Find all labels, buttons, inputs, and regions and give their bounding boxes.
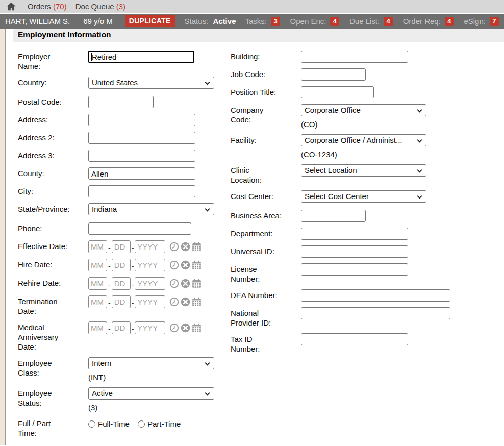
employee-status-label: Employee Status: bbox=[18, 387, 88, 412]
clock-icon[interactable] bbox=[169, 323, 179, 333]
address-3-input[interactable] bbox=[88, 150, 195, 162]
hire-date-year-input[interactable] bbox=[135, 259, 165, 271]
termination-date-control: -- bbox=[88, 295, 224, 316]
national-provider-id-input[interactable] bbox=[301, 307, 450, 319]
state-province-select[interactable]: Indiana bbox=[88, 203, 214, 215]
tax-id-number-control bbox=[301, 333, 503, 354]
clock-icon[interactable] bbox=[169, 279, 179, 288]
field-row-effective-date: Effective Date:-- bbox=[18, 240, 224, 253]
clock-icon[interactable] bbox=[169, 242, 179, 252]
clear-icon[interactable] bbox=[181, 297, 190, 307]
city-input[interactable] bbox=[88, 185, 195, 197]
license-number-input[interactable] bbox=[301, 263, 408, 276]
section-header: Employment Information bbox=[13, 29, 504, 42]
medical-anniversary-date-day-input[interactable] bbox=[112, 321, 131, 334]
job-code-input[interactable] bbox=[301, 68, 366, 81]
effective-date-year-input[interactable] bbox=[135, 240, 165, 253]
radio-button-icon[interactable] bbox=[138, 420, 145, 428]
due-list-counter: Due List:4 bbox=[349, 17, 393, 26]
open-enc-count-badge[interactable]: 4 bbox=[330, 17, 339, 26]
order-req-count-badge[interactable]: 4 bbox=[445, 17, 454, 26]
business-area-input[interactable] bbox=[301, 210, 366, 222]
full-part-time-control: Full-TimePart-Time bbox=[88, 417, 224, 438]
radio-button-icon[interactable] bbox=[88, 420, 95, 428]
esign-count-badge[interactable]: 7 bbox=[490, 17, 499, 26]
calendar-icon[interactable] bbox=[192, 260, 201, 270]
job-code-control bbox=[301, 68, 503, 81]
calendar-icon[interactable] bbox=[192, 323, 201, 333]
full-part-time-option-1[interactable]: Part-Time bbox=[138, 419, 181, 428]
termination-date-year-input[interactable] bbox=[135, 295, 165, 308]
home-icon[interactable] bbox=[6, 1, 17, 12]
rehire-date-control: -- bbox=[88, 277, 224, 290]
facility-select[interactable]: Corporate Office / Administ... bbox=[301, 134, 426, 146]
employee-status-select[interactable]: Active bbox=[88, 387, 214, 400]
medical-anniversary-date-year-input[interactable] bbox=[135, 321, 165, 334]
tasks-count-badge[interactable]: 3 bbox=[271, 17, 280, 26]
address-input[interactable] bbox=[88, 114, 195, 126]
field-row-facility: Facility:Corporate Office / Administ...(… bbox=[231, 134, 503, 159]
rehire-date-day-input[interactable] bbox=[112, 277, 131, 290]
phone-control bbox=[88, 222, 224, 235]
field-row-country: Country:United States bbox=[18, 77, 224, 90]
employee-class-select[interactable]: Intern bbox=[88, 357, 214, 369]
position-title-control bbox=[301, 86, 503, 98]
effective-date-month-input[interactable] bbox=[88, 240, 107, 253]
calendar-icon[interactable] bbox=[192, 279, 201, 288]
clear-icon[interactable] bbox=[181, 242, 190, 252]
nav-link-doc-queue[interactable]: Doc Queue (3) bbox=[75, 2, 125, 11]
rehire-date-month-input[interactable] bbox=[88, 277, 107, 290]
field-row-state-province: State/Province:Indiana bbox=[18, 203, 224, 217]
universal-id-input[interactable] bbox=[301, 245, 408, 258]
nav-link-doc-queue-label: Doc Queue bbox=[75, 2, 114, 11]
clear-icon[interactable] bbox=[181, 323, 190, 333]
status-label: Status: bbox=[185, 17, 209, 26]
tax-id-number-input[interactable] bbox=[301, 333, 408, 345]
due-list-count-badge[interactable]: 4 bbox=[384, 17, 393, 26]
effective-date-day-input[interactable] bbox=[112, 240, 131, 253]
cost-center-select[interactable]: Select Cost Center bbox=[301, 190, 426, 203]
employer-name-input[interactable] bbox=[88, 51, 194, 63]
building-input[interactable] bbox=[301, 51, 408, 63]
county-input[interactable] bbox=[88, 167, 195, 180]
full-part-time-option-0[interactable]: Full-Time bbox=[88, 419, 130, 428]
address-2-input[interactable] bbox=[88, 132, 195, 144]
national-provider-id-control bbox=[301, 307, 503, 328]
position-title-input[interactable] bbox=[301, 86, 374, 98]
clock-icon[interactable] bbox=[169, 297, 179, 307]
clock-icon[interactable] bbox=[169, 260, 179, 270]
full-part-time-option-label: Part-Time bbox=[147, 419, 181, 428]
orders-count: (70) bbox=[53, 2, 67, 11]
effective-date-date-group: -- bbox=[88, 240, 224, 253]
employment-panel: Employment Information Employer Name:Cou… bbox=[5, 29, 504, 445]
dea-number-input[interactable] bbox=[301, 289, 450, 302]
company-code-select[interactable]: Corporate Office bbox=[301, 104, 426, 116]
hire-date-month-input[interactable] bbox=[88, 259, 107, 271]
calendar-icon[interactable] bbox=[192, 297, 201, 307]
field-row-medical-anniversary-date: Medical Anniversary Date:-- bbox=[18, 321, 224, 352]
phone-input[interactable] bbox=[88, 222, 191, 235]
nav-link-orders[interactable]: Orders (70) bbox=[28, 2, 67, 11]
country-select[interactable]: United States bbox=[88, 77, 214, 89]
calendar-icon[interactable] bbox=[192, 242, 201, 252]
hire-date-date-group: -- bbox=[88, 259, 224, 271]
rehire-date-year-input[interactable] bbox=[135, 277, 165, 290]
duplicate-button[interactable]: DUPLICATE bbox=[125, 15, 175, 27]
hire-date-day-input[interactable] bbox=[112, 259, 131, 271]
postal-code-input[interactable] bbox=[88, 96, 154, 108]
medical-anniversary-date-month-input[interactable] bbox=[88, 321, 107, 334]
department-input-wrap bbox=[301, 228, 408, 240]
clear-icon[interactable] bbox=[181, 279, 190, 288]
hire-date-label: Hire Date: bbox=[18, 259, 88, 271]
department-input[interactable] bbox=[301, 228, 408, 240]
license-number-input-wrap bbox=[301, 263, 408, 276]
clinic-location-select[interactable]: Select Location bbox=[301, 164, 426, 177]
effective-date-label: Effective Date: bbox=[18, 240, 88, 253]
postal-code-label: Postal Code: bbox=[18, 96, 88, 108]
employee-status-select-value: Active bbox=[89, 388, 214, 399]
termination-date-day-input[interactable] bbox=[112, 295, 131, 308]
field-row-phone: Phone: bbox=[18, 222, 224, 235]
termination-date-month-input[interactable] bbox=[88, 295, 107, 308]
clear-icon[interactable] bbox=[181, 260, 190, 270]
doc-queue-count: (3) bbox=[116, 2, 125, 11]
